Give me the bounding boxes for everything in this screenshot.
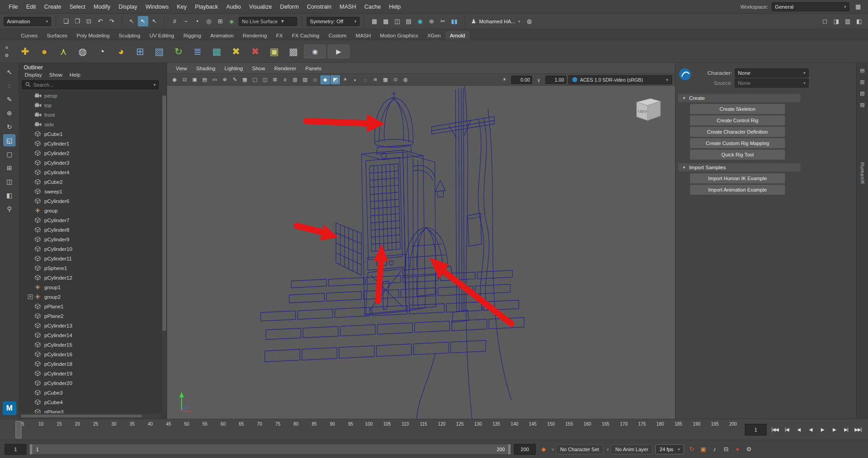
timeline-tick[interactable]: 185 <box>669 422 688 427</box>
timeline-tick[interactable]: 105 <box>378 422 396 427</box>
tool-settings-toggle-icon[interactable]: ◧ <box>854 16 864 26</box>
locator-icon[interactable]: ✚ <box>16 43 34 60</box>
go-to-start-button[interactable]: |◀◀ <box>769 424 780 435</box>
shelf-tab-poly-modeling[interactable]: Poly Modeling <box>72 31 114 40</box>
safe-title-icon[interactable]: ▧ <box>300 75 310 84</box>
tool-settings-tab-icon[interactable]: ▧ <box>859 89 866 97</box>
character-set-select[interactable]: ∨ No Character Set <box>551 444 604 454</box>
timeline-tick[interactable]: 65 <box>232 422 251 427</box>
wire-globe-icon[interactable]: ◍ <box>74 43 91 60</box>
camera-attributes-icon[interactable]: ▣ <box>190 75 199 84</box>
exposure-icon[interactable]: ☀ <box>500 75 509 84</box>
outliner-item-pCylinder4[interactable]: pCylinder4 <box>20 167 162 177</box>
create-character-definition-button[interactable]: Create Character Definition <box>690 127 785 137</box>
play-backwards-button[interactable]: ◀ <box>805 424 816 435</box>
outliner-item-pCylinder15[interactable]: pCylinder15 <box>20 340 162 349</box>
outliner-item-pCylinder3[interactable]: pCylinder3 <box>20 158 162 167</box>
shadows-icon[interactable]: ◐ <box>350 75 360 84</box>
cube-icon[interactable]: ▧ <box>151 43 168 60</box>
shelf-menu-icon[interactable]: ≡ <box>3 44 11 51</box>
shelf-tab-rigging[interactable]: Rigging <box>179 31 206 40</box>
make-live-icon[interactable]: ◈ <box>226 16 237 26</box>
create-skeleton-button[interactable]: Create Skeleton <box>690 104 785 114</box>
cluster-yellow-icon[interactable]: ✖ <box>227 43 245 60</box>
display-layer-icon[interactable]: ◉ <box>415 16 425 26</box>
timeline-tick[interactable]: 80 <box>287 422 305 427</box>
menu-set-select[interactable]: Animation ▾ <box>4 17 51 26</box>
menu-audio[interactable]: Audio <box>222 4 245 10</box>
scale-tool[interactable]: ◱ <box>3 134 16 146</box>
motion-blur-icon[interactable]: ≋ <box>371 75 380 84</box>
outliner-item-group[interactable]: group <box>20 206 162 215</box>
outliner-item-pCylinder1[interactable]: pCylinder1 <box>20 139 162 148</box>
paint-effects-icon[interactable]: ⊛ <box>426 16 437 26</box>
film-gate-icon[interactable]: ▢ <box>250 75 260 84</box>
timeline-tick[interactable]: 20 <box>68 422 87 427</box>
anim-layer-select[interactable]: ∨ No Anim Layer <box>607 444 653 454</box>
ball-icon[interactable]: ◕ <box>112 43 130 60</box>
outliner-item-pCylinder16[interactable]: pCylinder16 <box>20 349 162 359</box>
shelf-tab-curves[interactable]: Curves <box>16 31 42 40</box>
snap-to-grid-icon[interactable]: # <box>169 16 180 26</box>
joint-tool-icon[interactable]: ⋏ <box>55 43 72 60</box>
timeline-tick[interactable]: 45 <box>159 422 178 427</box>
playhead[interactable] <box>16 421 21 438</box>
outliner-item-pCube3[interactable]: pCube3 <box>20 388 162 397</box>
outliner-item-pCube2[interactable]: pCube2 <box>20 177 162 187</box>
timeline-tick[interactable]: 145 <box>523 422 542 427</box>
menu-deform[interactable]: Deform <box>276 4 303 10</box>
menu-select[interactable]: Select <box>65 4 89 10</box>
select-camera-icon[interactable]: ◉ <box>170 75 179 84</box>
outliner-item-group1[interactable]: group1 <box>20 282 162 292</box>
panel-menu-lighting[interactable]: Lighting <box>220 66 247 71</box>
timeline-tick[interactable]: 140 <box>505 422 523 427</box>
outliner-item-pCylinder9[interactable]: pCylinder9 <box>20 234 162 244</box>
outliner-item-pCylinder20[interactable]: pCylinder20 <box>20 378 162 388</box>
menu-key[interactable]: Key <box>173 4 191 10</box>
new-scene-icon[interactable]: ❏ <box>61 16 71 26</box>
outliner-hscrollbar[interactable] <box>20 414 161 418</box>
outliner-item-group2[interactable]: +group2 <box>20 292 162 302</box>
bookmarks-icon[interactable]: ▤ <box>200 75 209 84</box>
timeline-ticks[interactable]: 5101520253035404550556065707580859095100… <box>14 419 742 440</box>
outliner-item-pCylinder11[interactable]: pCylinder11 <box>20 254 162 263</box>
outliner-item-pCylinder19[interactable]: pCylinder19 <box>20 369 162 378</box>
grid-icon[interactable]: ▦ <box>240 75 250 84</box>
playback-end-field[interactable] <box>514 444 536 455</box>
layout-outliner-pane-icon[interactable]: ◧ <box>3 189 16 201</box>
range-start-handle[interactable] <box>30 444 33 454</box>
shelf-tab-rendering[interactable]: Rendering <box>238 31 272 40</box>
timeline-tick[interactable]: 25 <box>87 422 105 427</box>
timeline-tick[interactable]: 180 <box>651 422 669 427</box>
timeline-tick[interactable]: 30 <box>105 422 123 427</box>
snap-to-projected-center-icon[interactable]: ◎ <box>204 16 214 26</box>
account-menu[interactable]: ♟ Mohamed HA... ▾ <box>469 18 522 25</box>
menu-file[interactable]: File <box>5 4 22 10</box>
outliner-item-pCylinder18[interactable]: pCylinder18 <box>20 359 162 369</box>
step-back-key-button[interactable]: |◀ <box>781 424 792 435</box>
checker-icon[interactable]: ▩ <box>285 43 302 60</box>
lock-camera-icon[interactable]: ⊡ <box>180 75 189 84</box>
outliner-item-pPlane2[interactable]: pPlane2 <box>20 311 162 321</box>
timeline-tick[interactable]: 15 <box>50 422 68 427</box>
timeline-tick[interactable]: 100 <box>360 422 378 427</box>
timeline-tick[interactable]: 85 <box>305 422 324 427</box>
time-slider[interactable]: 5101520253035404550556065707580859095100… <box>0 419 868 440</box>
timeline-tick[interactable]: 60 <box>214 422 232 427</box>
play-forwards-button[interactable]: ▶ <box>817 424 828 435</box>
outliner-item-pCylinder6[interactable]: pCylinder6 <box>20 196 162 206</box>
render-icon[interactable]: ▦ <box>369 16 380 26</box>
select-hierarchy-icon[interactable]: ↖ <box>126 16 137 26</box>
shelf-tab-custom[interactable]: Custom <box>324 31 351 40</box>
modeling-toolkit-tab-icon[interactable]: ▨ <box>859 101 866 108</box>
step-back-frame-button[interactable]: ◀ <box>793 424 804 435</box>
outliner-menu-display[interactable]: Display <box>25 72 42 78</box>
outliner-item-pCylinder12[interactable]: pCylinder12 <box>20 273 162 282</box>
wireframe-mode-icon[interactable]: ◇ <box>310 75 320 84</box>
timeline-tick[interactable]: 165 <box>596 422 615 427</box>
shelf-tab-xgen[interactable]: XGen <box>423 31 445 40</box>
character-select[interactable]: None ▾ <box>735 68 809 78</box>
preferences-icon[interactable]: ⚙ <box>744 444 754 454</box>
timeline-tick[interactable]: 150 <box>542 422 560 427</box>
online-help-icon[interactable]: ◍ <box>524 16 534 26</box>
